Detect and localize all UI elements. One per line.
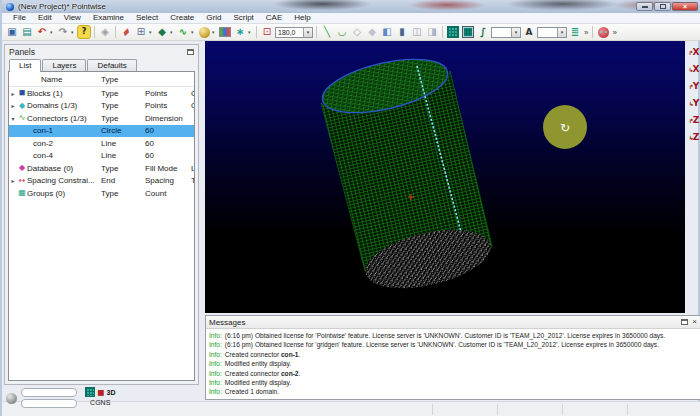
- grid-glyph: [447, 26, 459, 38]
- redo-dropdown-icon[interactable]: ▾: [71, 29, 76, 35]
- view-screen-icon[interactable]: ⊡: [260, 25, 274, 39]
- status-field-1[interactable]: [21, 388, 77, 397]
- combo-dropdown-icon[interactable]: ▾: [511, 28, 520, 37]
- menu-edit[interactable]: Edit: [32, 13, 58, 23]
- extrude-spider-icon[interactable]: ∗: [233, 25, 247, 39]
- annotate-text-icon[interactable]: A: [522, 25, 536, 39]
- title-bar[interactable]: (New Project)* Pointwise ×: [2, 0, 700, 13]
- help-icon[interactable]: ?: [77, 25, 91, 39]
- menu-file[interactable]: File: [7, 13, 32, 23]
- empty-combo-2[interactable]: ▾: [537, 27, 567, 38]
- float-messages-icon[interactable]: [681, 319, 688, 325]
- brick-icon[interactable]: ▮: [395, 25, 409, 39]
- undo-dropdown-icon[interactable]: ▾: [50, 29, 55, 35]
- combo-dropdown-icon[interactable]: ▾: [303, 28, 312, 37]
- rotation-angle-combo[interactable]: 180,0 ▾: [275, 27, 313, 38]
- menu-examine[interactable]: Examine: [87, 13, 130, 23]
- database-sphere-icon[interactable]: [197, 25, 211, 39]
- trackball-sphere-icon: [6, 393, 17, 404]
- solve-grid-icon[interactable]: [446, 25, 460, 39]
- view-plus-x-button[interactable]: ↱X: [687, 45, 700, 60]
- tree-row-con-1[interactable]: con-1 Circle 60: [9, 125, 194, 138]
- wedge-icon[interactable]: ◧: [380, 25, 394, 39]
- float-panel-icon[interactable]: [187, 49, 194, 55]
- menu-create[interactable]: Create: [164, 13, 200, 23]
- row-label: con-4: [33, 151, 53, 160]
- view-plus-y-button[interactable]: ↱Y: [687, 79, 700, 94]
- tree-row-domains[interactable]: ▸◆Domains (1/3) Type Points Cells: [9, 100, 194, 113]
- domain-dropdown-icon[interactable]: ▾: [170, 29, 175, 35]
- layers-icon[interactable]: ≣: [568, 25, 582, 39]
- smooth-icon[interactable]: ∫: [476, 25, 490, 39]
- row-label: Connectors (1/3): [27, 114, 87, 123]
- cylinder-icon-1[interactable]: ◫: [410, 25, 424, 39]
- solver-cube-icon: ◼: [97, 388, 104, 397]
- lightbulb-icon[interactable]: ◈: [98, 25, 112, 39]
- viewport[interactable]: ↻: [205, 41, 685, 313]
- cylinder-icon-2[interactable]: ◨: [425, 25, 439, 39]
- save-icon[interactable]: ▣: [5, 25, 19, 39]
- block-dropdown-icon[interactable]: ▾: [149, 29, 154, 35]
- expand-arrow-icon[interactable]: ▸: [9, 102, 17, 109]
- toolbar-overflow-icon-1[interactable]: »: [583, 28, 589, 37]
- database-icon: ◆: [17, 164, 27, 172]
- window-title: (New Project)* Pointwise: [18, 2, 106, 11]
- database-dropdown-icon[interactable]: ▾: [212, 29, 217, 35]
- view-minus-x-button[interactable]: ↳X: [687, 62, 700, 77]
- close-messages-icon[interactable]: ×: [692, 318, 697, 326]
- message-line: Info:Modified entity display.: [209, 359, 697, 368]
- toolbar-separator: [592, 26, 593, 38]
- expand-arrow-icon[interactable]: ▸: [9, 177, 17, 184]
- block-cube-icon[interactable]: ⊞: [134, 25, 148, 39]
- view-minus-y-button[interactable]: ↳Y: [687, 96, 700, 111]
- combo-dropdown-icon[interactable]: ▾: [557, 28, 566, 37]
- view-minus-z-button[interactable]: ↳Z: [687, 130, 700, 145]
- close-button[interactable]: ×: [672, 2, 698, 11]
- status-field-2[interactable]: [21, 399, 77, 408]
- examine-mask-icon[interactable]: [596, 25, 610, 39]
- menu-select[interactable]: Select: [130, 13, 164, 23]
- entity-tree: Name Type ▸◼Blocks (1) Type Points Cells…: [8, 71, 195, 381]
- tab-list[interactable]: List: [9, 59, 41, 72]
- paintbrush-icon[interactable]: ▰: [116, 22, 136, 42]
- tree-row-blocks[interactable]: ▸◼Blocks (1) Type Points Cells: [9, 87, 194, 100]
- image-icon[interactable]: [218, 25, 232, 39]
- expand-arrow-icon[interactable]: ▸: [9, 90, 17, 97]
- minimize-button[interactable]: [636, 2, 653, 11]
- menu-cae[interactable]: CAE: [260, 13, 288, 23]
- extrude-dropdown-icon[interactable]: ▾: [248, 29, 253, 35]
- two-point-curve-icon[interactable]: ╲: [320, 25, 334, 39]
- menu-script[interactable]: Script: [227, 13, 259, 23]
- empty-combo-1[interactable]: ▾: [491, 27, 521, 38]
- arc-curve-icon[interactable]: ◡: [335, 25, 349, 39]
- undo-icon[interactable]: ↶: [35, 25, 49, 39]
- redo-icon[interactable]: ↷: [56, 25, 70, 39]
- column-name[interactable]: Name: [9, 75, 101, 84]
- maximize-button[interactable]: [654, 2, 671, 11]
- tree-row-con-4[interactable]: con-4 Line 60: [9, 150, 194, 163]
- diamond-solid-icon[interactable]: ◆: [365, 25, 379, 39]
- tree-row-con-2[interactable]: con-2 Line 60: [9, 137, 194, 150]
- connector-curve-icon[interactable]: ∿: [176, 25, 190, 39]
- diamond-outline-icon[interactable]: ◇: [350, 25, 364, 39]
- solve-grid-active-icon[interactable]: [461, 25, 475, 39]
- collapse-arrow-icon[interactable]: ▾: [9, 115, 17, 122]
- open-icon[interactable]: ▤: [20, 25, 34, 39]
- menu-help[interactable]: Help: [288, 13, 316, 23]
- window-controls: ×: [636, 2, 698, 11]
- app-icon: [6, 3, 14, 11]
- tree-row-spacing-constraints[interactable]: ▸↔Spacing Constrai... End Spacing Type: [9, 175, 194, 188]
- toolbar-overflow-icon-2[interactable]: »: [611, 28, 617, 37]
- minimize-icon: [642, 6, 648, 8]
- connector-dropdown-icon[interactable]: ▾: [191, 29, 196, 35]
- column-type[interactable]: Type: [101, 75, 145, 84]
- tree-row-connectors[interactable]: ▾∿Connectors (1/3) Type Dimension: [9, 112, 194, 125]
- menu-view[interactable]: View: [58, 13, 87, 23]
- message-line: Info:(6:16 pm) Obtained license for 'gri…: [209, 340, 697, 349]
- tree-row-database[interactable]: ◆Database (0) Type Fill Mode Line ...: [9, 162, 194, 175]
- domain-diamond-icon[interactable]: ◆: [155, 25, 169, 39]
- menu-grid[interactable]: Grid: [200, 13, 227, 23]
- view-plus-z-button[interactable]: ↱Z: [687, 113, 700, 128]
- tree-row-groups[interactable]: ▦Groups (0) Type Count: [9, 187, 194, 200]
- status-left-cluster: ◼ 3D CGNS: [6, 386, 206, 414]
